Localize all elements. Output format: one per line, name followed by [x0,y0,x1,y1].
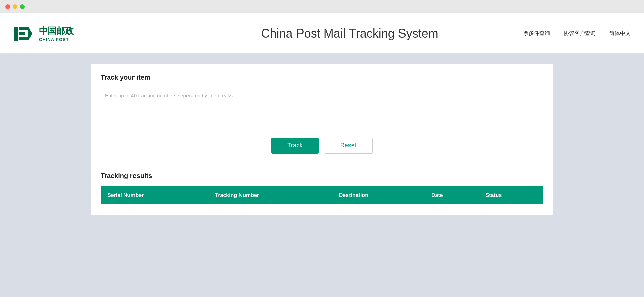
maximize-button[interactable] [20,4,25,9]
col-tracking-number: Tracking Number [208,186,332,204]
site-title: China Post Mail Tracking System [181,26,518,41]
track-button[interactable]: Track [271,138,318,154]
col-date: Date [425,186,479,204]
brand-text: 中国邮政 CHINA POST [39,25,74,42]
results-title: Tracking results [101,172,543,180]
minimize-button[interactable] [13,4,17,9]
brand-english: CHINA POST [39,37,69,42]
track-card-title: Track your item [101,74,543,81]
nav-link-language[interactable]: 简体中文 [609,30,631,37]
svg-rect-1 [14,27,18,41]
main-content: Track your item Track Reset Tracking res… [0,54,644,225]
window-chrome [0,0,644,13]
reset-button[interactable]: Reset [324,138,373,154]
button-row: Track Reset [101,138,543,154]
results-table-header-row: Serial Number Tracking Number Destinatio… [101,186,543,204]
results-table: Serial Number Tracking Number Destinatio… [101,186,543,204]
svg-rect-2 [19,27,28,30]
track-card: Track your item Track Reset [91,64,553,164]
china-post-logo [13,23,34,44]
col-destination: Destination [332,186,425,204]
nav-link-agreement-query[interactable]: 协议客户查询 [564,30,596,37]
brand: 中国邮政 CHINA POST [13,23,181,44]
svg-marker-4 [28,27,32,40]
results-card: Tracking results Serial Number Tracking … [91,164,553,215]
nav-link-multi-query[interactable]: 一票多件查询 [518,30,550,37]
brand-chinese: 中国邮政 [39,25,74,37]
svg-rect-3 [19,37,28,40]
svg-rect-5 [19,32,25,35]
navbar-links: 一票多件查询 协议客户查询 简体中文 [518,30,631,37]
tracking-number-input[interactable] [101,88,543,128]
navbar: 中国邮政 CHINA POST China Post Mail Tracking… [0,13,644,54]
col-status: Status [479,186,543,204]
results-table-head: Serial Number Tracking Number Destinatio… [101,186,543,204]
close-button[interactable] [5,4,10,9]
col-serial-number: Serial Number [101,186,208,204]
